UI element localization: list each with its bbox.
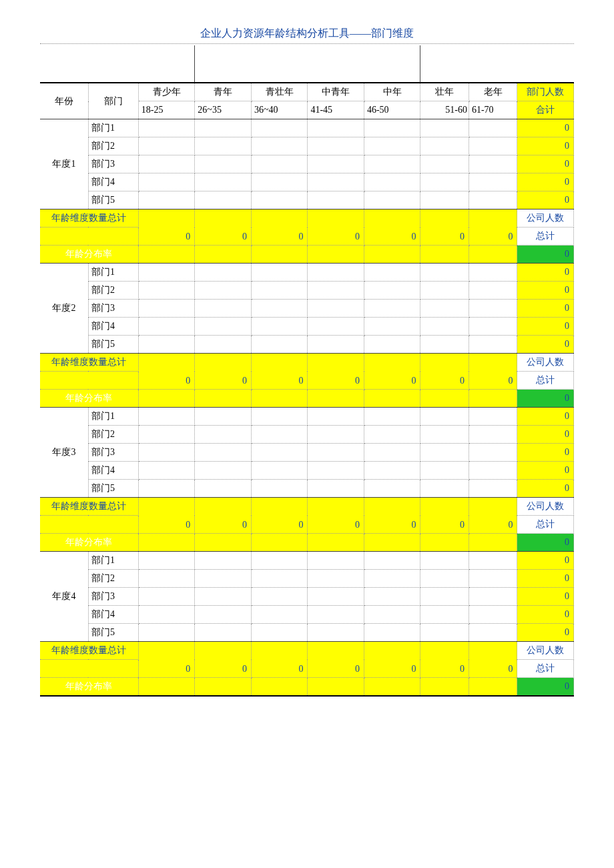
value-cell[interactable] <box>251 119 308 137</box>
value-cell[interactable] <box>469 606 517 624</box>
value-cell[interactable] <box>308 137 364 155</box>
value-cell[interactable] <box>469 462 517 480</box>
value-cell[interactable] <box>420 480 469 498</box>
value-cell[interactable] <box>251 318 308 336</box>
value-cell[interactable] <box>251 444 308 462</box>
value-cell[interactable] <box>420 173 469 191</box>
value-cell[interactable] <box>364 588 420 606</box>
value-cell[interactable] <box>138 191 195 209</box>
value-cell[interactable] <box>469 480 517 498</box>
value-cell[interactable] <box>195 155 252 173</box>
value-cell[interactable] <box>251 282 308 300</box>
value-cell[interactable] <box>138 300 195 318</box>
value-cell[interactable] <box>195 119 252 137</box>
value-cell[interactable] <box>308 264 364 282</box>
value-cell[interactable] <box>364 155 420 173</box>
value-cell[interactable] <box>469 336 517 354</box>
value-cell[interactable] <box>420 264 469 282</box>
value-cell[interactable] <box>251 336 308 354</box>
value-cell[interactable] <box>469 408 517 426</box>
value-cell[interactable] <box>138 570 195 588</box>
value-cell[interactable] <box>364 480 420 498</box>
value-cell[interactable] <box>251 570 308 588</box>
value-cell[interactable] <box>308 606 364 624</box>
value-cell[interactable] <box>251 408 308 426</box>
value-cell[interactable] <box>308 624 364 642</box>
value-cell[interactable] <box>251 588 308 606</box>
value-cell[interactable] <box>308 462 364 480</box>
value-cell[interactable] <box>251 426 308 444</box>
value-cell[interactable] <box>308 552 364 570</box>
value-cell[interactable] <box>420 552 469 570</box>
value-cell[interactable] <box>251 137 308 155</box>
value-cell[interactable] <box>251 264 308 282</box>
value-cell[interactable] <box>420 137 469 155</box>
value-cell[interactable] <box>364 282 420 300</box>
value-cell[interactable] <box>138 282 195 300</box>
value-cell[interactable] <box>195 570 252 588</box>
value-cell[interactable] <box>364 137 420 155</box>
value-cell[interactable] <box>469 570 517 588</box>
value-cell[interactable] <box>469 264 517 282</box>
value-cell[interactable] <box>364 173 420 191</box>
value-cell[interactable] <box>251 624 308 642</box>
value-cell[interactable] <box>420 426 469 444</box>
value-cell[interactable] <box>308 191 364 209</box>
value-cell[interactable] <box>420 191 469 209</box>
value-cell[interactable] <box>138 336 195 354</box>
value-cell[interactable] <box>364 119 420 137</box>
value-cell[interactable] <box>420 462 469 480</box>
value-cell[interactable] <box>138 408 195 426</box>
value-cell[interactable] <box>308 119 364 137</box>
value-cell[interactable] <box>251 155 308 173</box>
value-cell[interactable] <box>195 264 252 282</box>
value-cell[interactable] <box>195 173 252 191</box>
value-cell[interactable] <box>364 462 420 480</box>
value-cell[interactable] <box>138 119 195 137</box>
value-cell[interactable] <box>364 624 420 642</box>
value-cell[interactable] <box>469 137 517 155</box>
value-cell[interactable] <box>138 318 195 336</box>
value-cell[interactable] <box>138 173 195 191</box>
value-cell[interactable] <box>308 155 364 173</box>
value-cell[interactable] <box>469 282 517 300</box>
value-cell[interactable] <box>469 300 517 318</box>
value-cell[interactable] <box>364 570 420 588</box>
value-cell[interactable] <box>308 426 364 444</box>
value-cell[interactable] <box>469 173 517 191</box>
value-cell[interactable] <box>138 137 195 155</box>
value-cell[interactable] <box>364 408 420 426</box>
value-cell[interactable] <box>308 444 364 462</box>
value-cell[interactable] <box>138 264 195 282</box>
value-cell[interactable] <box>469 119 517 137</box>
value-cell[interactable] <box>195 606 252 624</box>
value-cell[interactable] <box>420 318 469 336</box>
value-cell[interactable] <box>420 588 469 606</box>
value-cell[interactable] <box>469 155 517 173</box>
value-cell[interactable] <box>364 606 420 624</box>
value-cell[interactable] <box>251 480 308 498</box>
value-cell[interactable] <box>138 480 195 498</box>
value-cell[interactable] <box>138 624 195 642</box>
value-cell[interactable] <box>195 444 252 462</box>
value-cell[interactable] <box>364 426 420 444</box>
value-cell[interactable] <box>469 588 517 606</box>
value-cell[interactable] <box>420 155 469 173</box>
value-cell[interactable] <box>195 408 252 426</box>
value-cell[interactable] <box>364 318 420 336</box>
value-cell[interactable] <box>308 408 364 426</box>
value-cell[interactable] <box>420 570 469 588</box>
value-cell[interactable] <box>364 336 420 354</box>
value-cell[interactable] <box>469 191 517 209</box>
value-cell[interactable] <box>469 624 517 642</box>
value-cell[interactable] <box>308 570 364 588</box>
value-cell[interactable] <box>420 624 469 642</box>
value-cell[interactable] <box>364 300 420 318</box>
value-cell[interactable] <box>195 282 252 300</box>
value-cell[interactable] <box>420 300 469 318</box>
value-cell[interactable] <box>420 444 469 462</box>
value-cell[interactable] <box>195 318 252 336</box>
value-cell[interactable] <box>420 606 469 624</box>
value-cell[interactable] <box>138 444 195 462</box>
value-cell[interactable] <box>308 336 364 354</box>
